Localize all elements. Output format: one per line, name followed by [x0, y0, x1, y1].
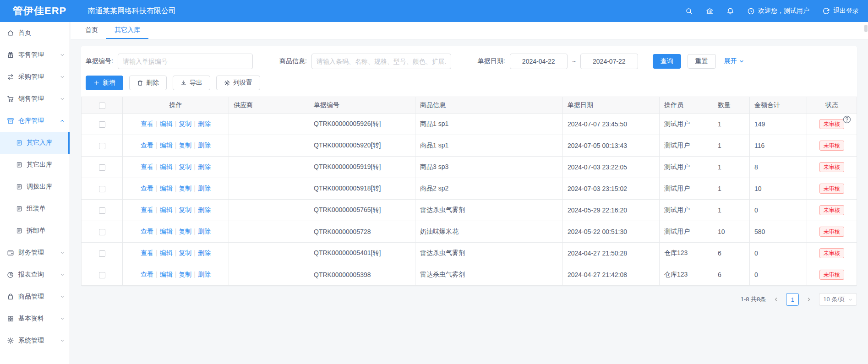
copy-link[interactable]: 复制 — [179, 206, 191, 213]
amount-cell: 580 — [750, 221, 807, 243]
row-checkbox[interactable] — [99, 143, 105, 149]
action-separator: | — [175, 163, 177, 170]
sidebar-item-assembly[interactable]: 组装单 — [0, 198, 70, 220]
amount-cell: 0 — [750, 200, 807, 221]
search-icon[interactable] — [685, 7, 693, 15]
edit-link[interactable]: 编辑 — [160, 185, 173, 192]
page-size-select[interactable]: 10 条/页 — [819, 293, 857, 306]
plus-icon — [93, 80, 100, 86]
copy-link[interactable]: 复制 — [179, 120, 191, 127]
view-link[interactable]: 查看 — [141, 185, 153, 192]
expand-link[interactable]: 展开 — [724, 57, 744, 65]
warehouse-icon — [7, 117, 14, 125]
bell-icon[interactable] — [726, 7, 734, 15]
main-area: 首页其它入库 单据编号: 商品信息: 单据日期: ~ 查询 重置 展开 新增 — [71, 22, 868, 364]
scrollbar-thumb[interactable] — [864, 25, 868, 32]
view-link[interactable]: 查看 — [141, 163, 153, 170]
edit-link[interactable]: 编辑 — [160, 249, 173, 256]
edit-link[interactable]: 编辑 — [160, 120, 173, 127]
reset-button[interactable]: 重置 — [688, 54, 716, 69]
copy-link[interactable]: 复制 — [179, 141, 191, 149]
row-select-cell — [82, 243, 123, 264]
view-link[interactable]: 查看 — [141, 120, 153, 127]
prev-page-button[interactable] — [770, 294, 781, 305]
header-actions: 欢迎您，测试用户 退出登录 — [685, 7, 868, 15]
delete-link[interactable]: 删除 — [198, 141, 211, 149]
date-start-input[interactable] — [510, 54, 568, 69]
delete-button[interactable]: 删除 — [129, 76, 167, 90]
row-checkbox[interactable] — [99, 272, 105, 278]
sidebar-item-other-outbound[interactable]: 其它出库 — [0, 154, 70, 176]
welcome-user[interactable]: 欢迎您，测试用户 — [747, 7, 809, 15]
edit-link[interactable]: 编辑 — [160, 271, 173, 278]
order-no-input[interactable] — [118, 54, 253, 69]
sidebar-item-purchase[interactable]: 采购管理 — [0, 66, 70, 88]
row-checkbox[interactable] — [99, 121, 105, 128]
edit-link[interactable]: 编辑 — [160, 206, 173, 213]
action-separator: | — [156, 141, 158, 149]
delete-link[interactable]: 删除 — [198, 163, 211, 170]
help-icon[interactable] — [842, 115, 852, 124]
delete-link[interactable]: 删除 — [198, 120, 211, 127]
sidebar-item-basic[interactable]: 基本资料 — [0, 308, 70, 330]
sidebar-item-sales[interactable]: 销售管理 — [0, 88, 70, 110]
edit-link[interactable]: 编辑 — [160, 228, 173, 235]
copy-link[interactable]: 复制 — [179, 163, 191, 170]
filter-bar: 单据编号: 商品信息: 单据日期: ~ 查询 重置 展开 — [81, 46, 857, 76]
sidebar-item-warehouse[interactable]: 仓库管理 — [0, 110, 70, 132]
copy-link[interactable]: 复制 — [179, 271, 191, 278]
sidebar-item-disassembly[interactable]: 拆卸单 — [0, 220, 70, 242]
view-link[interactable]: 查看 — [141, 206, 153, 213]
sidebar-item-retail[interactable]: 零售管理 — [0, 44, 70, 66]
status-cell: 未审核 — [807, 243, 857, 264]
table-row: 查看|编辑|复制|删除QTRK00000005728奶油味爆米花2024-05-… — [82, 221, 857, 243]
export-button[interactable]: 导出 — [173, 76, 210, 90]
sidebar-item-transfer-out[interactable]: 调拨出库 — [0, 176, 70, 198]
row-checkbox[interactable] — [99, 186, 105, 192]
action-separator: | — [156, 163, 158, 170]
edit-link[interactable]: 编辑 — [160, 163, 173, 170]
supplier-cell — [229, 221, 309, 243]
sidebar-item-system[interactable]: 系统管理 — [0, 330, 70, 352]
sidebar-item-goods[interactable]: 商品管理 — [0, 286, 70, 308]
sidebar-item-other-inbound[interactable]: 其它入库 — [0, 132, 70, 154]
view-link[interactable]: 查看 — [141, 228, 153, 235]
row-checkbox[interactable] — [99, 164, 105, 171]
product-info-input[interactable] — [311, 54, 451, 69]
copy-link[interactable]: 复制 — [179, 228, 191, 235]
sidebar-item-report[interactable]: 报表查询 — [0, 264, 70, 286]
sidebar-item-home[interactable]: 首页 — [0, 22, 70, 44]
delete-link[interactable]: 删除 — [198, 228, 211, 235]
date-end-input[interactable] — [580, 54, 638, 69]
row-checkbox[interactable] — [99, 250, 105, 257]
date-cell: 2024-07-03 23:15:02 — [563, 178, 660, 200]
bank-icon[interactable] — [706, 7, 714, 15]
delete-link[interactable]: 删除 — [198, 206, 211, 213]
select-all-checkbox[interactable] — [99, 103, 105, 109]
order-no-cell: QTRK00000005919[转] — [309, 157, 415, 178]
logout-button[interactable]: 退出登录 — [822, 7, 859, 15]
copy-link[interactable]: 复制 — [179, 249, 191, 256]
order-no-cell: QTRK00000005926[转] — [309, 114, 415, 135]
delete-link[interactable]: 删除 — [198, 185, 211, 192]
records-table: 操作供应商单据编号商品信息单据日期操作员数量金额合计状态 查看|编辑|复制|删除… — [81, 97, 857, 286]
amount-cell: 8 — [750, 157, 807, 178]
add-button[interactable]: 新增 — [86, 76, 123, 90]
sidebar-item-finance[interactable]: 财务管理 — [0, 242, 70, 264]
column-settings-button[interactable]: 列设置 — [216, 76, 260, 90]
tab-other-inbound[interactable]: 其它入库 — [106, 22, 148, 39]
tab-home[interactable]: 首页 — [77, 22, 106, 39]
delete-link[interactable]: 删除 — [198, 249, 211, 256]
next-page-button[interactable] — [803, 294, 814, 305]
view-link[interactable]: 查看 — [141, 141, 153, 149]
copy-link[interactable]: 复制 — [179, 185, 191, 192]
view-link[interactable]: 查看 — [141, 271, 153, 278]
row-checkbox[interactable] — [99, 207, 105, 214]
qty-cell: 1 — [713, 157, 750, 178]
row-checkbox[interactable] — [99, 229, 105, 235]
edit-link[interactable]: 编辑 — [160, 141, 173, 149]
view-link[interactable]: 查看 — [141, 249, 153, 256]
page-number-button[interactable]: 1 — [786, 293, 799, 306]
search-button[interactable]: 查询 — [653, 54, 681, 69]
delete-link[interactable]: 删除 — [198, 271, 211, 278]
